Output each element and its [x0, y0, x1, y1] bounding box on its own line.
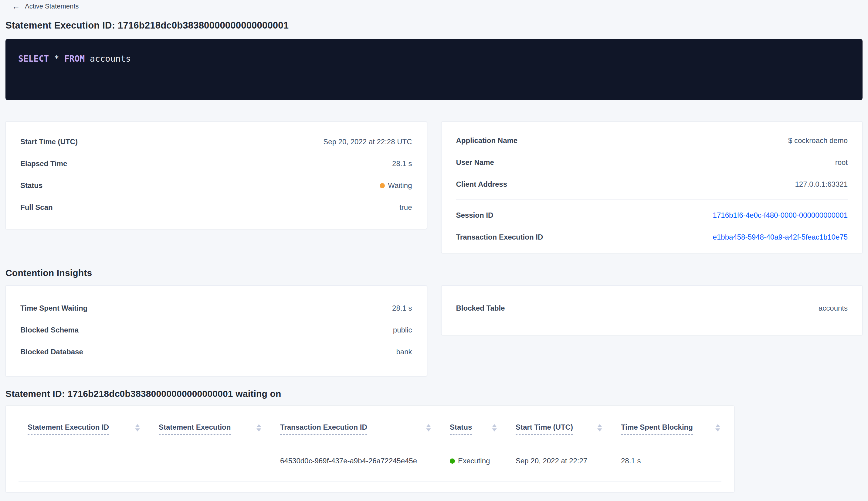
sort-asc-icon	[597, 424, 602, 427]
column-header-label[interactable]: Start Time (UTC)	[516, 423, 573, 435]
contention-insights-heading: Contention Insights	[6, 268, 862, 278]
detail-row-session-id: Session ID 1716b1f6-4e0c-f480-0000-00000…	[456, 204, 848, 226]
detail-label: Time Spent Waiting	[20, 304, 87, 312]
sort-desc-icon	[597, 428, 602, 431]
detail-value: Sep 20, 2022 at 22:28 UTC	[323, 138, 412, 146]
table-header-row: Statement Execution ID Statement Executi…	[19, 406, 721, 440]
detail-label: Elapsed Time	[20, 159, 67, 168]
detail-label: User Name	[456, 158, 494, 167]
detail-row-status: Status Waiting	[20, 174, 412, 196]
detail-row-transaction-execution-id: Transaction Execution ID e1bba458-5948-4…	[456, 226, 848, 248]
waiting-on-heading: Statement ID: 1716b218dc0b38380000000000…	[6, 389, 862, 399]
status-text: Executing	[458, 457, 490, 465]
detail-row-blocked-table: Blocked Table accounts	[456, 297, 848, 319]
sort-icon[interactable]	[426, 424, 431, 434]
status-executing-dot-icon	[450, 458, 455, 463]
sort-asc-icon	[257, 424, 261, 427]
sort-desc-icon	[426, 428, 431, 431]
detail-value: root	[835, 158, 848, 167]
sql-statement-box: SELECT * FROM accounts	[6, 39, 862, 100]
sql-text: *	[49, 54, 64, 64]
column-header-label[interactable]: Statement Execution	[159, 423, 231, 435]
waiting-on-table: Statement Execution ID Statement Executi…	[6, 406, 735, 492]
sort-asc-icon	[426, 424, 431, 427]
cell-start-time: Sep 20, 2022 at 22:27	[516, 457, 621, 465]
column-header-transaction-execution-id: Transaction Execution ID	[280, 418, 450, 440]
status-waiting-dot-icon	[380, 183, 385, 188]
sort-icon[interactable]	[135, 424, 140, 434]
session-details-card: Application Name $ cockroach demo User N…	[441, 121, 863, 253]
detail-value: accounts	[818, 304, 848, 312]
column-header-statement-execution-id: Statement Execution ID	[19, 418, 159, 440]
detail-label: Application Name	[456, 136, 518, 145]
detail-label: Start Time (UTC)	[20, 138, 78, 146]
card-divider	[456, 200, 848, 200]
detail-label: Blocked Schema	[20, 326, 79, 334]
cell-time-spent-blocking: 28.1 s	[621, 457, 721, 465]
sort-desc-icon	[135, 428, 140, 431]
sort-icon[interactable]	[715, 424, 720, 434]
session-id-link[interactable]: 1716b1f6-4e0c-f480-0000-000000000001	[713, 211, 848, 220]
blocked-table-card: Blocked Table accounts	[441, 285, 863, 335]
detail-label: Session ID	[456, 211, 493, 220]
column-header-label[interactable]: Transaction Execution ID	[280, 423, 367, 435]
detail-row-blocked-database: Blocked Database bank	[20, 341, 412, 363]
back-link-label: Active Statements	[25, 2, 79, 10]
sql-query: SELECT * FROM accounts	[18, 53, 850, 64]
sql-keyword: SELECT	[18, 54, 49, 64]
sort-icon[interactable]	[597, 424, 602, 434]
sort-icon[interactable]	[492, 424, 497, 434]
back-link-active-statements[interactable]: ← Active Statements	[12, 2, 79, 10]
detail-row-client-address: Client Address 127.0.0.1:63321	[456, 173, 848, 195]
contention-details-card: Time Spent Waiting 28.1 s Blocked Schema…	[6, 285, 427, 376]
detail-row-blocked-schema: Blocked Schema public	[20, 319, 412, 341]
detail-row-user-name: User Name root	[456, 151, 848, 173]
statement-details-page: ← Active Statements Statement Execution …	[0, 2, 868, 492]
status-text: Waiting	[388, 181, 412, 190]
execution-details-card: Start Time (UTC) Sep 20, 2022 at 22:28 U…	[6, 121, 427, 229]
column-header-label[interactable]: Time Spent Blocking	[621, 423, 693, 435]
detail-row-application-name: Application Name $ cockroach demo	[456, 130, 848, 151]
detail-value: bank	[396, 348, 412, 356]
detail-value: public	[393, 326, 412, 334]
detail-row-elapsed-time: Elapsed Time 28.1 s	[20, 153, 412, 174]
detail-row-time-spent-waiting: Time Spent Waiting 28.1 s	[20, 297, 412, 319]
detail-value: $ cockroach demo	[788, 136, 848, 145]
sort-asc-icon	[492, 424, 497, 427]
detail-value: 127.0.0.1:63321	[795, 180, 848, 189]
column-header-label[interactable]: Status	[450, 423, 472, 435]
sort-desc-icon	[715, 428, 720, 431]
column-header-time-spent-blocking: Time Spent Blocking	[621, 418, 721, 440]
detail-label: Status	[20, 181, 43, 190]
column-header-status: Status	[450, 418, 516, 440]
detail-label: Transaction Execution ID	[456, 233, 543, 242]
detail-label: Client Address	[456, 180, 507, 189]
cell-status: Executing	[450, 457, 516, 465]
page-title: Statement Execution ID: 1716b218dc0b3838…	[6, 20, 862, 31]
detail-value: 28.1 s	[392, 159, 412, 168]
column-header-label[interactable]: Statement Execution ID	[28, 423, 109, 435]
detail-row-start-time: Start Time (UTC) Sep 20, 2022 at 22:28 U…	[20, 131, 412, 153]
detail-label: Full Scan	[20, 203, 53, 212]
column-header-statement-execution: Statement Execution	[159, 418, 280, 440]
sort-asc-icon	[135, 424, 140, 427]
sort-desc-icon	[492, 428, 497, 431]
status-badge: Waiting	[380, 181, 412, 190]
detail-value: true	[399, 203, 412, 212]
sort-desc-icon	[257, 428, 261, 431]
sort-asc-icon	[715, 424, 720, 427]
detail-label: Blocked Table	[456, 304, 505, 312]
arrow-left-icon: ←	[12, 2, 20, 10]
detail-value: 28.1 s	[392, 304, 412, 312]
cell-transaction-execution-id: 64530d0c-969f-437e-a9b4-26a72245e45e	[280, 457, 450, 465]
column-header-start-time: Start Time (UTC)	[516, 418, 621, 440]
transaction-execution-id-link[interactable]: e1bba458-5948-40a9-a42f-5feac1b10e75	[713, 233, 848, 242]
detail-row-full-scan: Full Scan true	[20, 196, 412, 218]
sql-text: accounts	[85, 54, 131, 64]
table-row: 64530d0c-969f-437e-a9b4-26a72245e45e Exe…	[19, 440, 721, 482]
detail-label: Blocked Database	[20, 348, 83, 356]
sql-keyword: FROM	[64, 54, 85, 64]
sort-icon[interactable]	[257, 424, 261, 434]
